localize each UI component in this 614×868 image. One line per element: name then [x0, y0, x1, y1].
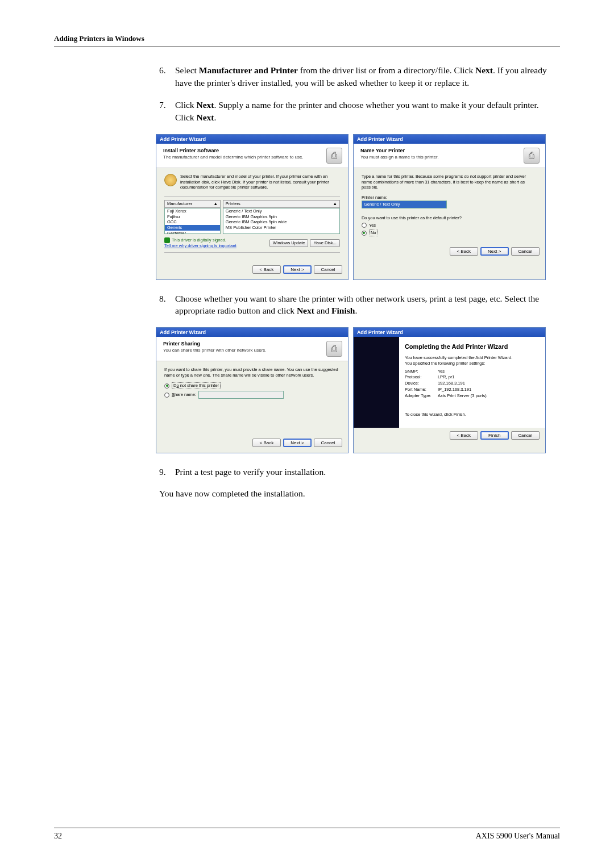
text: Click — [175, 100, 196, 110]
dialog-body: If you want to share this printer, you m… — [156, 361, 348, 435]
dialog-titlebar[interactable]: Add Printer Wizard — [354, 328, 545, 337]
dialog-footer: < Back Next > Cancel — [354, 244, 545, 261]
dialog-footer: < Back Next > Cancel — [156, 262, 348, 279]
list-item[interactable]: Fujitsu — [165, 214, 220, 220]
list-item-selected[interactable]: Generic — [165, 225, 220, 231]
name-description: Type a name for this printer. Because so… — [362, 174, 537, 190]
back-button[interactable]: < Back — [252, 265, 281, 274]
list-item[interactable]: Fuji Xerox — [165, 208, 220, 214]
complete-desc1: You have successfully completed the Add … — [405, 355, 537, 361]
main-content: 6. Select Manufacturer and Printer from … — [159, 64, 557, 499]
step-number: 9. — [159, 466, 175, 478]
shield-icon — [164, 237, 170, 243]
radio-do-not-share[interactable]: Do not share this printer — [164, 382, 340, 389]
printers-column-header[interactable]: Printers▲ — [223, 200, 340, 208]
page-footer: 32 AXIS 5900 User's Manual — [54, 828, 560, 841]
dialog-titlebar[interactable]: Add Printer Wizard — [156, 328, 348, 337]
dialog-row-2: Add Printer Wizard Printer Sharing You c… — [156, 327, 557, 453]
dialog-titlebar[interactable]: Add Printer Wizard — [354, 135, 545, 144]
dialog-header-title: Install Printer Software — [163, 148, 323, 153]
bold: Finish — [331, 306, 355, 315]
list-item[interactable]: GCC — [165, 219, 220, 225]
manual-title: AXIS 5900 User's Manual — [476, 832, 560, 841]
dialog-titlebar[interactable]: Add Printer Wizard — [156, 135, 348, 144]
text: . — [214, 112, 216, 122]
dialog-printer-sharing: Add Printer Wizard Printer Sharing You c… — [156, 327, 349, 453]
kv-row: Port Name:IP_192.168.3.191 — [405, 387, 537, 393]
step-number: 6. — [159, 64, 175, 89]
text: . — [355, 306, 357, 315]
kv-row: Device:192.168.3.191 — [405, 381, 537, 386]
back-button[interactable]: < Back — [450, 431, 478, 440]
dialog-footer: < Back Finish Cancel — [354, 428, 545, 445]
driver-signed-label: This driver is digitally signed. — [164, 237, 237, 243]
dialog-completing-wizard: Add Printer Wizard Completing the Add Pr… — [353, 327, 546, 453]
back-button[interactable]: < Back — [450, 247, 478, 256]
dialog-footer: < Back Next > Cancel — [156, 435, 348, 453]
printer-icon: ⎙ — [326, 341, 342, 357]
bold: Manufacturer and Printer — [199, 65, 298, 75]
bold: Next — [297, 306, 314, 315]
list-item[interactable]: Generic / Text Only — [223, 208, 339, 214]
radio-share-name[interactable]: Share name: — [164, 391, 340, 399]
list-item[interactable]: MS Publisher Color Printer — [223, 225, 339, 231]
kv-row: SNMP:Yes — [405, 369, 537, 374]
list-item[interactable]: Gestetner — [165, 231, 220, 234]
cancel-button[interactable]: Cancel — [314, 265, 342, 274]
step-8: 8. Choose whether you want to share the … — [159, 293, 557, 317]
info-disc-icon — [164, 174, 177, 186]
dialog-header: Printer Sharing You can share this print… — [156, 337, 348, 361]
text: . Supply a name for the printer and choo… — [175, 100, 539, 122]
step-6: 6. Select Manufacturer and Printer from … — [159, 64, 557, 89]
page-number: 32 — [54, 832, 62, 841]
dialog-install-printer-software: Add Printer Wizard Install Printer Softw… — [156, 134, 349, 280]
printer-name-field[interactable]: Generic / Text Only — [362, 201, 447, 208]
dialog-header: Name Your Printer You must assign a name… — [354, 144, 545, 168]
cancel-button[interactable]: Cancel — [511, 431, 540, 440]
step-9: 9. Print a test page to verify your inst… — [159, 466, 557, 478]
have-disk-button[interactable]: Have Disk... — [310, 239, 339, 247]
close-note: To close this wizard, click Finish. — [405, 412, 537, 418]
printer-icon: ⎙ — [524, 148, 540, 164]
driver-signing-link[interactable]: Tell me why driver signing is important — [164, 243, 237, 249]
share-name-field — [198, 391, 284, 399]
info-text: Select the manufacturer and model of you… — [180, 174, 340, 190]
printers-listbox[interactable]: Generic / Text Only Generic IBM Graphics… — [223, 208, 340, 234]
step-text: Click Next. Supply a name for the printe… — [175, 99, 557, 123]
dialog-header-title: Printer Sharing — [163, 341, 323, 347]
kv-row: Adapter Type:Axis Print Server (3 ports) — [405, 393, 537, 399]
dialog-body: Select the manufacturer and model of you… — [156, 168, 348, 262]
share-description: If you want to share this printer, you m… — [164, 367, 340, 378]
cancel-button[interactable]: Cancel — [511, 247, 540, 256]
radio-yes[interactable]: Yes — [362, 223, 537, 228]
next-button[interactable]: Next > — [283, 439, 312, 447]
text: Select — [175, 65, 199, 75]
dialog-body: Completing the Add Printer Wizard You ha… — [354, 337, 545, 428]
step-number: 7. — [159, 99, 175, 123]
step-7: 7. Click Next. Supply a name for the pri… — [159, 99, 557, 123]
back-button[interactable]: < Back — [252, 439, 281, 447]
wizard-complete-title: Completing the Add Printer Wizard — [405, 343, 537, 350]
finish-button[interactable]: Finish — [480, 431, 509, 440]
step-text: Select Manufacturer and Printer from the… — [175, 64, 557, 89]
printer-icon: ⎙ — [326, 148, 342, 164]
dialog-name-your-printer: Add Printer Wizard Name Your Printer You… — [353, 134, 546, 280]
completion-note: You have now completed the installation. — [159, 489, 557, 499]
default-printer-question: Do you want to use this printer as the d… — [362, 215, 537, 221]
manufacturer-listbox[interactable]: Fuji Xerox Fujitsu GCC Generic Gestetner — [164, 208, 221, 234]
bold: Next — [196, 112, 214, 122]
text: from the driver list or from a directory… — [298, 65, 475, 75]
step-text: Choose whether you want to share the pri… — [175, 293, 557, 317]
radio-no[interactable]: No — [362, 229, 537, 236]
step-number: 8. — [159, 293, 175, 317]
dialog-header-title: Name Your Printer — [360, 148, 520, 153]
next-button[interactable]: Next > — [480, 247, 509, 256]
list-item[interactable]: Generic IBM Graphics 9pin — [223, 214, 339, 220]
next-button[interactable]: Next > — [283, 265, 312, 274]
windows-update-button[interactable]: Windows Update — [269, 239, 309, 247]
manufacturer-column-header[interactable]: Manufacturer▲ — [164, 200, 221, 208]
dialog-header-subtitle: You can share this printer with other ne… — [163, 348, 323, 353]
list-item[interactable]: Generic IBM Graphics 9pin wide — [223, 219, 339, 225]
cancel-button[interactable]: Cancel — [314, 439, 342, 447]
text: and — [314, 306, 331, 315]
